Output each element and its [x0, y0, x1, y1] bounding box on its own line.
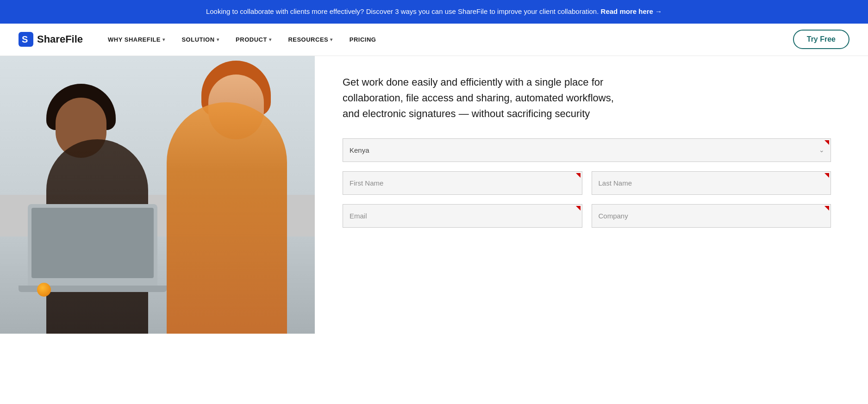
- nav-item-why-sharefile[interactable]: WHY SHAREFILE ▾: [101, 32, 171, 47]
- email-required-icon: [576, 206, 581, 211]
- last-name-input[interactable]: [592, 171, 831, 195]
- banner-text: Looking to collaborate with clients more…: [206, 7, 599, 15]
- last-name-required-icon: [824, 173, 829, 178]
- name-row: [343, 171, 831, 195]
- orange-ball: [37, 283, 51, 297]
- chevron-down-icon: ▾: [217, 37, 219, 42]
- chevron-down-icon: ▾: [269, 37, 272, 42]
- try-free-button[interactable]: Try Free: [793, 30, 849, 49]
- email-field: [343, 204, 582, 228]
- company-field: [592, 204, 831, 228]
- svg-text:S: S: [22, 34, 28, 44]
- email-input[interactable]: [343, 204, 582, 228]
- announcement-banner: Looking to collaborate with clients more…: [0, 0, 868, 24]
- required-indicator: [824, 140, 829, 145]
- country-select-wrapper: Kenya United States United Kingdom Canad…: [343, 138, 831, 162]
- company-required-icon: [824, 206, 829, 211]
- country-group: Kenya United States United Kingdom Canad…: [343, 138, 831, 162]
- banner-link[interactable]: Read more here →: [601, 7, 662, 15]
- logo[interactable]: S ShareFile: [19, 32, 83, 47]
- nav-item-product[interactable]: PRODUCT ▾: [229, 32, 278, 47]
- hero-form: Get work done easily and efficiently wit…: [315, 56, 868, 255]
- person-right-body: [167, 102, 287, 334]
- nav-item-pricing[interactable]: PRICING: [343, 32, 383, 47]
- nav-links: WHY SHAREFILE ▾ SOLUTION ▾ PRODUCT ▾ RES…: [101, 32, 793, 47]
- last-name-field: [592, 171, 831, 195]
- logo-text: ShareFile: [37, 33, 83, 45]
- nav-item-solution[interactable]: SOLUTION ▾: [175, 32, 225, 47]
- country-select[interactable]: Kenya United States United Kingdom Canad…: [343, 138, 831, 162]
- hero-image: [0, 56, 315, 334]
- email-company-row: [343, 204, 831, 228]
- chevron-down-icon: ▾: [162, 37, 165, 42]
- company-input[interactable]: [592, 204, 831, 228]
- first-name-field: [343, 171, 582, 195]
- navbar: S ShareFile WHY SHAREFILE ▾ SOLUTION ▾ P…: [0, 24, 868, 56]
- nav-item-resources[interactable]: RESOURCES ▾: [281, 32, 339, 47]
- first-name-required-icon: [576, 173, 581, 178]
- laptop: [28, 204, 157, 287]
- main-content: Get work done easily and efficiently wit…: [0, 56, 868, 334]
- first-name-input[interactable]: [343, 171, 582, 195]
- hero-headline: Get work done easily and efficiently wit…: [343, 75, 620, 122]
- logo-icon: S: [19, 32, 33, 47]
- chevron-down-icon: ▾: [330, 37, 333, 42]
- laptop-screen: [31, 208, 154, 278]
